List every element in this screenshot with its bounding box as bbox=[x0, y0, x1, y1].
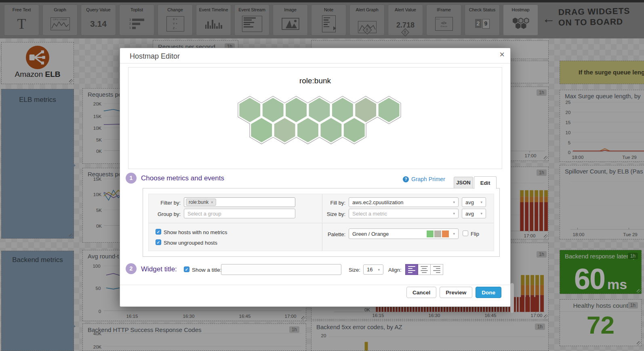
scrollbar-thumb[interactable] bbox=[510, 283, 514, 313]
chevron-down-icon: ▾ bbox=[453, 232, 455, 236]
cancel-button[interactable]: Cancel bbox=[406, 287, 436, 298]
hostmap-preview-title: role:bunk bbox=[128, 76, 502, 85]
step-2-title: Widget title: bbox=[141, 265, 177, 273]
fill-aggregator-select[interactable]: avg ▾ bbox=[462, 197, 486, 207]
size-by-placeholder: Select a metric bbox=[352, 211, 387, 217]
show-title-label: Show a title: bbox=[192, 267, 222, 273]
size-by-select[interactable]: Select a metric ▾ bbox=[349, 209, 459, 218]
remove-tag-icon[interactable]: × bbox=[210, 200, 213, 205]
chevron-down-icon: ▾ bbox=[453, 211, 455, 216]
preview-button[interactable]: Preview bbox=[440, 287, 472, 298]
group-by-input[interactable] bbox=[184, 209, 295, 218]
align-button-group bbox=[405, 264, 443, 275]
palette-label: Palette: bbox=[310, 231, 345, 237]
title-size-select[interactable]: 16 ▾ bbox=[363, 264, 383, 275]
done-button[interactable]: Done bbox=[476, 287, 501, 298]
align-center-button[interactable] bbox=[418, 264, 431, 275]
show-hosts-no-metrics-checkbox[interactable]: ✓ bbox=[156, 229, 161, 235]
title-align-label: Align: bbox=[388, 267, 402, 273]
palette-select[interactable]: Green / Orange ▾ bbox=[349, 228, 459, 239]
close-icon[interactable]: × bbox=[499, 49, 505, 60]
filter-by-label: Filter by: bbox=[151, 200, 181, 206]
chevron-down-icon: ▾ bbox=[378, 268, 380, 272]
step-2-badge: 2 bbox=[126, 263, 137, 274]
graph-primer-label: Graph Primer bbox=[411, 176, 445, 182]
tab-json[interactable]: JSON bbox=[454, 177, 473, 188]
group-by-label: Group by: bbox=[151, 211, 181, 217]
fill-aggregator-value: avg bbox=[465, 199, 474, 205]
hostmap-preview: role:bunk bbox=[128, 67, 502, 169]
show-ungrouped-hosts-label: Show ungrouped hosts bbox=[164, 240, 217, 246]
size-aggregator-value: avg bbox=[465, 211, 474, 217]
show-hosts-no-metrics-label: Show hosts with no metrics bbox=[164, 229, 227, 235]
palette-swatch-green bbox=[427, 230, 434, 237]
palette-swatch-gray bbox=[434, 230, 441, 237]
filter-by-input[interactable]: role:bunk × bbox=[184, 197, 295, 207]
show-title-checkbox[interactable]: ✓ bbox=[184, 266, 189, 272]
chevron-down-icon: ▾ bbox=[480, 200, 482, 204]
palette-swatch-orange bbox=[442, 230, 449, 237]
help-icon: ? bbox=[403, 176, 409, 182]
fill-by-select[interactable]: aws.ec2.cpuutilization ▾ bbox=[349, 197, 459, 207]
widget-title-input[interactable] bbox=[221, 264, 341, 275]
align-right-button[interactable] bbox=[430, 264, 443, 275]
flip-checkbox[interactable] bbox=[463, 230, 468, 236]
filter-tag-text: role:bunk bbox=[189, 199, 208, 205]
title-size-value: 16 bbox=[367, 266, 373, 273]
size-aggregator-select[interactable]: avg ▾ bbox=[462, 209, 486, 218]
tab-edit[interactable]: Edit bbox=[474, 176, 497, 189]
show-ungrouped-hosts-checkbox[interactable]: ✓ bbox=[156, 239, 161, 245]
footer-buttons: Cancel Preview Done bbox=[406, 287, 501, 298]
step-1-badge: 1 bbox=[126, 173, 137, 184]
align-left-button[interactable] bbox=[405, 264, 418, 275]
row-divider bbox=[149, 223, 494, 223]
size-by-label: Size by: bbox=[310, 211, 345, 217]
graph-primer-link[interactable]: ? Graph Primer bbox=[403, 176, 445, 182]
header-divider bbox=[120, 63, 510, 63]
footer-divider bbox=[120, 285, 510, 285]
fill-by-value: aws.ec2.cpuutilization bbox=[352, 199, 403, 205]
chevron-down-icon: ▾ bbox=[453, 200, 455, 204]
title-size-label: Size: bbox=[349, 267, 360, 273]
step-1-title: Choose metrics and events bbox=[141, 174, 224, 182]
modal-title: Hostmap Editor bbox=[130, 52, 180, 61]
palette-value: Green / Orange bbox=[352, 231, 389, 237]
filter-tag: role:bunk × bbox=[186, 199, 216, 206]
chevron-down-icon: ▾ bbox=[480, 211, 482, 216]
hostmap-editor-modal: Hostmap Editor × role:bunk 1 Choose metr… bbox=[120, 48, 511, 307]
fill-by-label: Fill by: bbox=[310, 200, 345, 206]
flip-label: Flip bbox=[471, 231, 479, 237]
